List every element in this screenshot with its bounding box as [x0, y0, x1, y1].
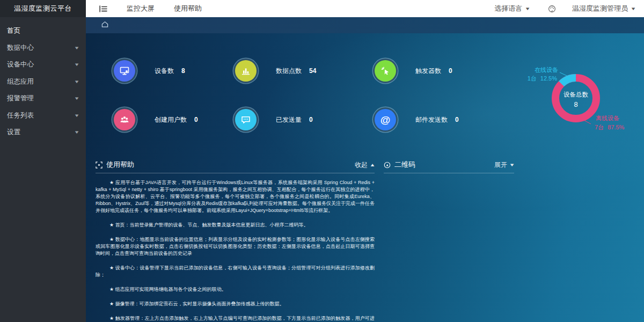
nav-monitor-screen[interactable]: 监控大屏	[127, 4, 155, 13]
sidebar: 温湿度监测云平台 首页 数据中心 ▼ 设备中心 ▼ 组态应用 ▼ 报警管理 ▼ …	[0, 0, 86, 322]
stat-value: 0	[455, 116, 459, 123]
sidebar-item-label: 组态应用	[7, 77, 34, 86]
breadcrumb	[86, 17, 644, 33]
at-icon: @	[375, 109, 396, 130]
message-icon	[235, 109, 257, 130]
stat-sent-count: 已发送量 0	[235, 109, 313, 130]
topbar: 监控大屏 使用帮助 选择语言 ▼ 温湿度监测管理员 ▼	[86, 0, 644, 17]
online-callout-line	[560, 72, 567, 76]
offline-label: 离线设备	[596, 115, 619, 121]
user-menu[interactable]: 温湿度监测管理员 ▼	[572, 4, 635, 13]
chevron-down-icon: ▼	[74, 130, 79, 135]
help-paragraph: ★ 组态应用可实现网络继电器与各个设备之间的联动。	[96, 286, 375, 293]
stat-value: 54	[309, 67, 316, 75]
help-paragraph: ★ 摄像管理：可添加绑定萤石云，实时显示摄像头画面并叠加传感器上传的数据。	[96, 301, 375, 308]
sidebar-item-settings[interactable]: 设置 ▼	[0, 124, 86, 141]
stat-label: 创建用户数	[155, 115, 187, 125]
sidebar-item-scada-app[interactable]: 组态应用 ▼	[0, 74, 86, 91]
stat-value: 0	[194, 116, 198, 123]
sidebar-item-data-center[interactable]: 数据中心 ▼	[0, 40, 86, 57]
stat-mail-count: @ 邮件发送数 0	[375, 109, 459, 130]
offline-value: 7台87.5%	[595, 124, 625, 130]
stat-trigger-count: 触发器数 0	[375, 60, 452, 82]
app-title: 温湿度监测云平台	[0, 0, 86, 17]
help-collapse-button[interactable]: 收起 ▲	[355, 160, 375, 170]
sidebar-item-task-list[interactable]: 任务列表 ▼	[0, 107, 86, 125]
qrcode-toggle-label: 展开	[494, 160, 507, 170]
stat-label: 设备数	[155, 67, 174, 76]
language-select[interactable]: 选择语言 ▼	[494, 4, 530, 13]
help-panel: 使用帮助 收起 ▲ ★ 应用平台基于JAVA语言开发，可跨平台运行于Window…	[96, 160, 375, 322]
help-paragraph: ★ 触发器管理：左上方点击添加触发，右上方输入节点编号可查询已添加的数据，下方显…	[96, 315, 375, 322]
qrcode-panel-header: 二维码 展开 ▼	[384, 160, 514, 173]
help-body: ★ 应用平台基于JAVA语言开发，可跨平台运行于Windows或Linux等服务…	[96, 179, 375, 322]
sidebar-item-label: 设备中心	[7, 60, 34, 69]
topbar-right: 选择语言 ▼ 温湿度监测管理员 ▼	[494, 4, 644, 13]
sidebar-item-home[interactable]: 首页	[0, 23, 86, 40]
sidebar-item-device-center[interactable]: 设备中心 ▼	[0, 56, 86, 74]
chevron-down-icon: ▼	[74, 79, 79, 84]
qrcode-panel-title: 二维码	[394, 160, 415, 170]
donut-center-title: 设备总数	[564, 91, 589, 98]
stat-value: 0	[309, 116, 313, 123]
help-panel-header: 使用帮助 收起 ▲	[96, 160, 375, 173]
trigger-click-icon	[375, 60, 396, 82]
scan-focus-icon	[96, 162, 103, 169]
nav-usage-help[interactable]: 使用帮助	[174, 4, 202, 13]
main-content: 设备数 8 数据点数 54 触发器数 0	[86, 33, 644, 322]
chevron-down-icon: ▼	[74, 113, 79, 118]
sidebar-item-label: 首页	[7, 26, 20, 35]
chevron-down-icon: ▼	[74, 46, 79, 50]
device-donut-chart: 在线设备 1台12.5% 离线设备 7台87.5% 设备总数 8	[531, 60, 639, 141]
donut-center-value: 8	[574, 100, 577, 108]
qrcode-panel: 二维码 展开 ▼	[384, 160, 514, 173]
sidebar-item-label: 报警管理	[7, 94, 34, 103]
menu-fold-icon[interactable]	[99, 5, 107, 12]
stat-device-count: 设备数 8	[114, 60, 185, 82]
language-label: 选择语言	[494, 4, 522, 13]
user-name: 温湿度监测管理员	[572, 4, 628, 13]
stat-user-count: 创建用户数 0	[114, 109, 198, 130]
sidebar-menu: 首页 数据中心 ▼ 设备中心 ▼ 组态应用 ▼ 报警管理 ▼ 任务列表 ▼ 设置…	[0, 17, 86, 141]
sidebar-item-label: 数据中心	[7, 43, 34, 53]
help-paragraph: ★ 首页：当前登录账户管理的设备、节点、触发数量及版本信息更新日志、小程序二维码…	[96, 222, 375, 229]
chevron-down-icon: ▼	[74, 96, 79, 101]
stat-value: 0	[449, 67, 452, 75]
theme-palette-icon[interactable]	[548, 5, 556, 13]
help-panel-title: 使用帮助	[106, 160, 134, 170]
stat-datapoint-count: 数据点数 54	[235, 60, 316, 82]
stat-label: 数据点数	[276, 67, 302, 76]
chevron-down-icon: ▼	[509, 163, 515, 167]
stat-label: 已发送量	[276, 115, 302, 125]
online-label: 在线设备	[535, 67, 558, 73]
chevron-down-icon: ▼	[630, 6, 636, 11]
qrcode-panel-icon	[384, 162, 391, 169]
monitor-icon	[114, 60, 135, 82]
sidebar-item-label: 任务列表	[7, 111, 34, 120]
offline-callout-line	[584, 120, 591, 124]
chevron-down-icon: ▼	[525, 6, 531, 11]
help-toggle-label: 收起	[355, 160, 368, 170]
stat-label: 触发器数	[415, 67, 441, 76]
qrcode-expand-button[interactable]: 展开 ▼	[494, 160, 514, 170]
help-paragraph: ★ 应用平台基于JAVA语言开发，可跨平台运行于Windows或Linux等服务…	[96, 179, 375, 214]
users-icon	[114, 109, 135, 130]
home-icon[interactable]	[101, 20, 109, 30]
sidebar-item-label: 设置	[7, 128, 20, 137]
bar-chart-icon	[235, 60, 257, 82]
online-value: 1台12.5%	[528, 75, 558, 82]
help-paragraph: ★ 数据中心：地图显示当前设备的位置信息；列表显示分组及设备的实时检测参数等；图…	[96, 236, 375, 257]
chevron-down-icon: ▼	[74, 62, 79, 67]
stat-value: 8	[181, 67, 185, 75]
sidebar-item-alarm-mgmt[interactable]: 报警管理 ▼	[0, 90, 86, 107]
help-paragraph: ★ 设备中心：设备管理下显示当前已添加的设备信息，右侧可输入设备号查询设备；分组…	[96, 265, 375, 279]
chevron-up-icon: ▲	[369, 163, 375, 167]
stat-label: 邮件发送数	[415, 115, 448, 125]
